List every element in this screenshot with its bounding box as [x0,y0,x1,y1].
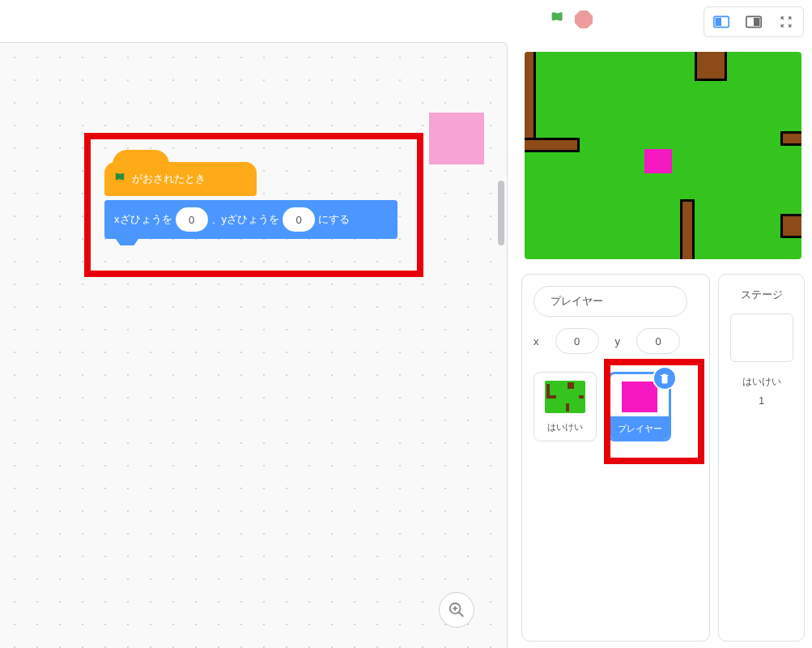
flag-icon [113,171,127,187]
svg-line-5 [459,612,464,617]
sprite-x-field[interactable]: 0 [555,328,599,354]
sprite-coordinates: x 0 y 0 [534,328,698,354]
sprite-name-field[interactable]: プレイヤー [534,286,687,317]
wall [780,214,805,238]
small-stage-button[interactable] [707,10,736,34]
x-label: x [534,335,539,347]
green-flag-icon[interactable] [549,10,567,29]
workspace-scrollbar[interactable] [498,181,504,245]
zoom-in-button[interactable] [439,592,474,628]
stage-preview[interactable] [521,49,805,262]
backdrop-label: はいけい [719,375,804,389]
top-toolbar [0,0,812,42]
stop-icon[interactable] [575,11,593,28]
goto-y-label: 、yざひょうを [211,212,280,227]
stage-panel: ステージ はいけい 1 [718,274,805,642]
svg-rect-3 [754,18,760,26]
goto-x-input[interactable]: 0 [176,207,208,232]
annotation-highlight-sprite [604,359,704,464]
sprite-thumb-background [542,377,589,416]
wall [695,49,727,81]
sprite-preview-overlay [429,113,484,164]
wall [680,199,695,262]
stage-title: ステージ [719,288,804,302]
stage-size-controls [704,6,804,37]
sprite-tile-label: はいけい [547,421,583,433]
sprite-y-field[interactable]: 0 [636,328,680,354]
wall [521,138,580,152]
code-workspace[interactable]: がおされたとき xざひょうを 0 、yざひょうを 0 にする [0,42,508,648]
y-label: y [615,335,621,347]
goto-suffix-label: にする [318,212,350,227]
goto-xy-block[interactable]: xざひょうを 0 、yざひょうを 0 にする [104,200,397,239]
svg-rect-1 [716,18,722,26]
goto-x-label: xざひょうを [114,212,172,227]
goto-y-input[interactable]: 0 [283,207,315,232]
run-controls [549,10,593,29]
backdrop-count: 1 [719,395,804,407]
fullscreen-button[interactable] [772,10,801,34]
hat-block-label: がおされたとき [132,172,206,186]
wall [521,49,536,142]
wall [780,131,805,146]
large-stage-button[interactable] [739,10,768,34]
when-flag-clicked-block[interactable]: がおされたとき [104,162,257,196]
sprite-tile-background[interactable]: はいけい [534,372,597,441]
stage-backdrop-thumb[interactable] [730,313,793,362]
player-sprite-on-stage [644,149,672,173]
